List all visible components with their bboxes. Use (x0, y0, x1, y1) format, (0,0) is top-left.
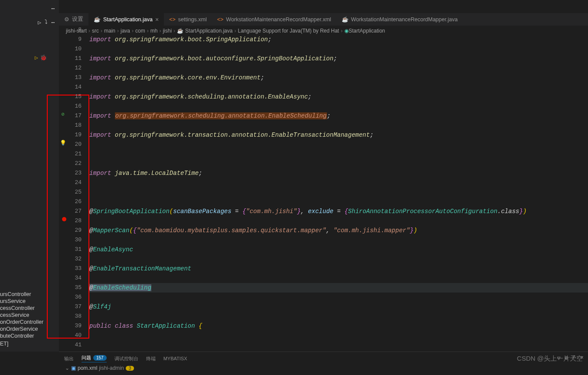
lightbulb-icon[interactable]: 💡 (59, 140, 67, 146)
run-icons-row: ▷ ⤵ ⋯ (0, 17, 59, 28)
panel-tab-problems[interactable]: 问题 157 (82, 355, 107, 362)
debug-step-icon[interactable]: ⤵ (45, 19, 48, 26)
line-numbers: 8910111213141516171819202122232425262728… (69, 25, 82, 350)
panel-tab-mybatisx[interactable]: MYBATISX (163, 356, 187, 361)
panel-content: ⌄ ▣ pom.xml jishi-admin 3 (59, 365, 588, 371)
tab-label: WorkstationMaintenanceRecordMapper.xml (226, 16, 331, 23)
panel-tab-terminal[interactable]: 终端 (146, 355, 156, 362)
tab-label: settings.xml (178, 16, 207, 23)
tab-label: StartApplication.java (103, 16, 153, 23)
gutter: ⊘ 💡 891011121314151617181920212223242526… (59, 13, 84, 352)
tab-label: WorkstationMaintenanceRecordMapper.java (351, 16, 458, 23)
java-icon: ☕ (342, 16, 349, 23)
sidebar-top-icons: ⋯ (0, 0, 59, 17)
tab-start-application[interactable]: ☕ StartApplication.java × (88, 13, 164, 26)
more-icon[interactable]: ⋯ (51, 5, 55, 12)
problem-project: jishi-admin (99, 365, 124, 371)
tabs-row: ⚙ 设置 ☕ StartApplication.java × <> settin… (59, 13, 588, 26)
tab-settings-xml[interactable]: <> settings.xml (164, 13, 212, 26)
run-icon[interactable]: ▷ (38, 19, 41, 26)
panel-tab-debug[interactable]: 调试控制台 (114, 355, 138, 362)
code-area[interactable]: import org.springframework.boot.SpringAp… (89, 25, 588, 375)
annotation-box (47, 95, 89, 339)
bottom-panel: 输出 问题 157 调试控制台 终端 MYBATISX ⌄ ▣ pom.xml … (59, 352, 588, 375)
java-icon: ☕ (94, 16, 101, 23)
problem-file[interactable]: pom.xml (78, 365, 97, 371)
xml-icon: <> (169, 16, 176, 23)
debug-yellow-icon[interactable]: 🐞 (40, 54, 47, 61)
problem-count-badge: 3 (126, 366, 134, 371)
tab-mapper-xml[interactable]: <> WorkstationMaintenanceRecordMapper.xm… (212, 13, 336, 26)
watermark: CSDN @头上一片天空 (517, 355, 583, 363)
chevron-down-icon[interactable]: ⌄ (65, 365, 69, 371)
tab-mapper-java[interactable]: ☕ WorkstationMaintenanceRecordMapper.jav… (336, 13, 463, 26)
panel-tabs: 输出 问题 157 调试控制台 终端 MYBATISX (59, 352, 588, 365)
problems-badge: 157 (93, 355, 107, 361)
panel-tab-output[interactable]: 输出 (64, 355, 74, 362)
more-icon-2[interactable]: ⋯ (51, 19, 55, 26)
breakpoint-icon[interactable] (60, 217, 68, 223)
editor: ⚙ 设置 ☕ StartApplication.java × <> settin… (59, 13, 588, 352)
sidebar-item[interactable]: ET] (0, 340, 59, 347)
npm-icon: ▣ (71, 365, 76, 371)
close-icon[interactable]: × (155, 16, 159, 23)
xml-icon: <> (217, 16, 224, 23)
no-entry-icon: ⊘ (59, 111, 67, 118)
run-yellow-icon[interactable]: ▷ (35, 54, 38, 61)
